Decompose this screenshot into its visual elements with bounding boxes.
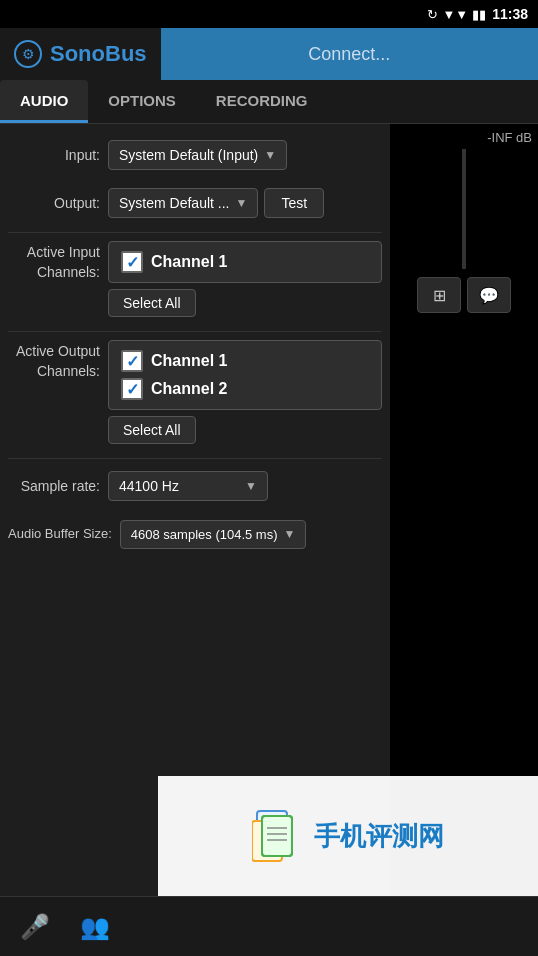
svg-rect-2: [262, 816, 292, 856]
buffer-size-dropdown[interactable]: 4608 samples (104.5 ms) ▼: [120, 520, 307, 549]
input-row: Input: System Default (Input) ▼: [8, 136, 382, 174]
chat-icon: 💬: [479, 286, 499, 305]
users-nav-icon[interactable]: 👥: [80, 913, 110, 941]
connect-button[interactable]: Connect...: [161, 28, 538, 80]
db-bar: [462, 149, 466, 269]
sample-rate-row: Sample rate: 44100 Hz ▼: [8, 467, 382, 505]
divider-2: [8, 331, 382, 332]
output-channel-1: ✓ Channel 1: [121, 347, 369, 375]
grid-icon: ⊞: [433, 286, 446, 305]
input-channels-header: Active InputChannels: ✓ Channel 1: [8, 241, 382, 283]
select-all-output-row: Select All: [8, 416, 382, 444]
gear-icon[interactable]: ⚙: [14, 40, 42, 68]
buffer-size-control: 4608 samples (104.5 ms) ▼: [120, 520, 307, 549]
output-channel-2-checkbox[interactable]: ✓: [121, 378, 143, 400]
bottom-nav: 🎤 👥: [0, 896, 538, 956]
sample-rate-label: Sample rate:: [8, 477, 108, 495]
grid-view-button[interactable]: ⊞: [417, 277, 461, 313]
output-dropdown-arrow: ▼: [235, 196, 247, 210]
app-name-label: SonoBus: [50, 41, 147, 67]
buffer-size-label: Audio Buffer Size:: [8, 526, 120, 543]
input-channel-1: ✓ Channel 1: [121, 248, 369, 276]
output-channels-header: Active OutputChannels: ✓ Channel 1 ✓ Cha…: [8, 340, 382, 410]
icon-buttons: ⊞ 💬: [390, 273, 538, 317]
status-icons: ↻ ▼▼ ▮▮: [427, 7, 486, 22]
output-channel-1-checkbox[interactable]: ✓: [121, 350, 143, 372]
tab-recording[interactable]: RECORDING: [196, 80, 328, 123]
buffer-size-row: Audio Buffer Size: 4608 samples (104.5 m…: [8, 515, 382, 553]
tab-audio[interactable]: AUDIO: [0, 80, 88, 123]
buffer-size-arrow: ▼: [284, 527, 296, 541]
tab-options[interactable]: OPTIONS: [88, 80, 196, 123]
input-dropdown[interactable]: System Default (Input) ▼: [108, 140, 287, 170]
output-row: Output: System Default ... ▼ Test: [8, 184, 382, 222]
output-label: Output:: [8, 194, 108, 212]
output-channel-2: ✓ Channel 2: [121, 375, 369, 403]
select-all-input-row: Select All: [8, 289, 382, 317]
output-channels-label: Active OutputChannels:: [8, 340, 108, 381]
divider-1: [8, 232, 382, 233]
watermark: 手机评测网: [158, 776, 538, 896]
input-channels-section: Active InputChannels: ✓ Channel 1 Select…: [8, 241, 382, 317]
sample-rate-control: 44100 Hz ▼: [108, 471, 268, 501]
db-label: -INF dB: [390, 124, 538, 145]
output-channels-box: ✓ Channel 1 ✓ Channel 2: [108, 340, 382, 410]
output-dropdown[interactable]: System Default ... ▼: [108, 188, 258, 218]
tab-bar: AUDIO OPTIONS RECORDING: [0, 80, 538, 124]
input-dropdown-arrow: ▼: [264, 148, 276, 162]
refresh-icon: ↻: [427, 7, 438, 22]
divider-3: [8, 458, 382, 459]
input-channels-label: Active InputChannels:: [8, 241, 108, 282]
input-control: System Default (Input) ▼: [108, 140, 287, 170]
app-logo: ⚙ SonoBus: [0, 40, 161, 68]
output-channels-section: Active OutputChannels: ✓ Channel 1 ✓ Cha…: [8, 340, 382, 444]
wifi-icon: ▼▼: [442, 7, 468, 22]
mic-nav-icon[interactable]: 🎤: [20, 913, 50, 941]
input-channel-1-checkbox[interactable]: ✓: [121, 251, 143, 273]
battery-icon: ▮▮: [472, 7, 486, 22]
input-channels-box: ✓ Channel 1: [108, 241, 382, 283]
sample-rate-dropdown[interactable]: 44100 Hz ▼: [108, 471, 268, 501]
header: ⚙ SonoBus Connect...: [0, 28, 538, 80]
select-all-input-button[interactable]: Select All: [108, 289, 196, 317]
status-bar: ↻ ▼▼ ▮▮ 11:38: [0, 0, 538, 28]
test-button[interactable]: Test: [264, 188, 324, 218]
input-label: Input:: [8, 146, 108, 164]
watermark-text: 手机评测网: [314, 819, 444, 854]
chat-button[interactable]: 💬: [467, 277, 511, 313]
select-all-output-button[interactable]: Select All: [108, 416, 196, 444]
watermark-logo-svg: [252, 806, 302, 866]
output-control: System Default ... ▼ Test: [108, 188, 324, 218]
status-time: 11:38: [492, 6, 528, 22]
sample-rate-arrow: ▼: [245, 479, 257, 493]
